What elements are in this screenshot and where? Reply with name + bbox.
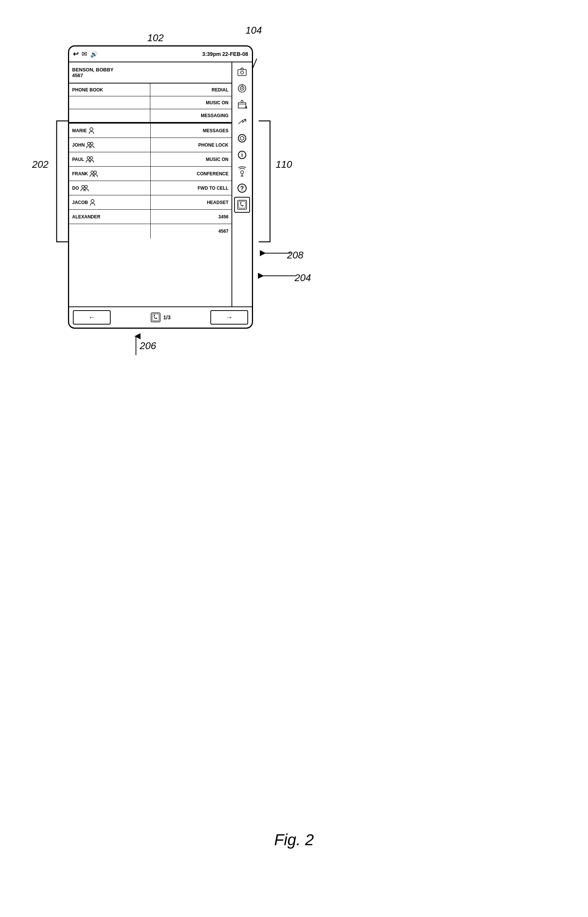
right-sidebar: i ? xyxy=(232,62,252,306)
nav-center: 1/3 xyxy=(150,312,170,323)
annotation-202: 202 xyxy=(32,159,48,170)
empty-cell-1 xyxy=(69,96,150,109)
svg-point-13 xyxy=(241,71,244,74)
svg-rect-12 xyxy=(238,70,246,76)
status-time-date: 3:39pm 22-FEB-08 xyxy=(202,51,248,57)
conference-cell[interactable]: CONFERENCE xyxy=(150,167,231,181)
svg-point-8 xyxy=(94,171,97,173)
person-icon xyxy=(88,127,94,134)
svg-point-23 xyxy=(241,171,244,174)
broadcast-icon[interactable] xyxy=(234,163,250,180)
forward-arrow-icon: → xyxy=(226,314,233,322)
lower-table: MARIE MESSAGES JOHN PHONE LOCK xyxy=(69,123,231,306)
people-icon xyxy=(86,156,94,163)
music-on-cell[interactable]: MUSIC ON xyxy=(150,96,231,109)
contact-info: BENSON, BOBBY 4567 xyxy=(72,67,114,78)
svg-point-19 xyxy=(238,134,246,142)
phone-device: ↩ ✉︎ 🔊 3:39pm 22-FEB-08 BENSON, BOBBY 45… xyxy=(68,45,253,329)
phone-handset-icon[interactable] xyxy=(234,197,250,213)
jacob-cell[interactable]: JACOB xyxy=(69,195,150,209)
fig-label: Fig. 2 xyxy=(274,831,314,849)
person-icon xyxy=(89,199,95,206)
camera-icon[interactable] xyxy=(234,64,250,80)
back-icon[interactable]: ↩ xyxy=(73,50,79,58)
annotation-102: 102 xyxy=(147,32,163,44)
people-icon xyxy=(89,170,98,177)
svg-rect-29 xyxy=(239,201,246,208)
info-icon[interactable]: i xyxy=(234,147,250,163)
table-row: FRANK CONFERENCE xyxy=(69,167,231,181)
svg-point-16 xyxy=(242,88,243,89)
svg-rect-18 xyxy=(238,103,246,108)
bottom-nav: ← 1/3 → xyxy=(69,306,252,328)
alexander-number-cell[interactable]: 3456 xyxy=(150,210,231,224)
svg-point-2 xyxy=(90,128,93,131)
annotation-208: 208 xyxy=(287,249,303,261)
svg-point-5 xyxy=(87,157,89,159)
dial-icon[interactable] xyxy=(234,81,250,96)
people-icon xyxy=(81,185,89,192)
svg-point-10 xyxy=(85,185,87,188)
svg-point-20 xyxy=(240,136,244,140)
annotation-206: 206 xyxy=(140,340,156,352)
table-row: MARIE MESSAGES xyxy=(69,123,231,138)
svg-point-9 xyxy=(82,185,85,188)
alexander-cell[interactable]: ALEXANDER xyxy=(69,210,150,224)
table-row: DO FWD TO CELL xyxy=(69,181,231,195)
page-container: 102 104 ↩ ✉︎ 🔊 3:39pm 22-FEB-08 xyxy=(0,0,588,917)
table-row: JOHN PHONE LOCK xyxy=(69,138,231,152)
paul-cell[interactable]: PAUL xyxy=(69,152,150,166)
table-row: 4567 xyxy=(69,224,231,238)
page-indicator: 1/3 xyxy=(163,314,170,320)
status-bar: ↩ ✉︎ 🔊 3:39pm 22-FEB-08 xyxy=(69,47,252,62)
left-panel: BENSON, BOBBY 4567 PHONE BOOK REDIAL MUS… xyxy=(69,62,232,306)
phone-lock-cell[interactable]: PHONE LOCK xyxy=(150,138,231,152)
svg-text:i: i xyxy=(241,152,243,158)
message-icon[interactable]: ✉︎ xyxy=(82,50,87,58)
svg-point-7 xyxy=(91,171,94,173)
headset-cell[interactable]: HEADSET xyxy=(150,195,231,209)
svg-text:?: ? xyxy=(240,185,244,192)
back-arrow-icon: ← xyxy=(88,314,95,322)
forward-button[interactable]: → xyxy=(210,310,248,325)
marie-cell[interactable]: MARIE xyxy=(69,123,150,137)
messages-cell[interactable]: MESSAGES xyxy=(150,123,231,137)
svg-point-6 xyxy=(90,157,92,159)
forward-arrow-icon[interactable] xyxy=(234,114,250,129)
messaging-cell[interactable]: MESSAGING xyxy=(150,109,231,122)
top-grid: PHONE BOOK REDIAL MUSIC ON MESSAGING xyxy=(69,84,231,123)
transfer-icon[interactable] xyxy=(234,97,250,113)
page-phone-icon xyxy=(150,312,161,323)
frank-cell[interactable]: FRANK xyxy=(69,167,150,181)
fwd-cell[interactable]: FWD TO CELL xyxy=(150,181,231,195)
music-on-row-cell[interactable]: MUSIC ON xyxy=(150,152,231,166)
table-row: PAUL MUSIC ON xyxy=(69,152,231,167)
table-row: JACOB HEADSET xyxy=(69,195,231,210)
annotation-204: 204 xyxy=(294,272,311,284)
svg-point-11 xyxy=(91,199,94,202)
svg-rect-31 xyxy=(152,314,159,321)
empty-name-cell xyxy=(69,224,150,238)
number-4567-cell[interactable]: 4567 xyxy=(150,224,231,238)
svg-point-3 xyxy=(87,142,90,145)
help-icon[interactable]: ? xyxy=(234,180,250,196)
people-icon xyxy=(86,142,94,149)
phone-book-cell[interactable]: PHONE BOOK xyxy=(69,84,150,96)
volume-icon[interactable]: 🔊 xyxy=(90,51,98,58)
john-cell[interactable]: JOHN xyxy=(69,138,150,152)
empty-cell-2 xyxy=(69,109,150,122)
back-button[interactable]: ← xyxy=(73,310,111,325)
contact-number: 4567 xyxy=(72,73,114,78)
contact-header: BENSON, BOBBY 4567 xyxy=(69,62,231,84)
status-left-icons: ↩ ✉︎ 🔊 xyxy=(73,50,98,58)
table-row: ALEXANDER 3456 xyxy=(69,210,231,224)
bracket-110 xyxy=(251,113,281,253)
main-content: BENSON, BOBBY 4567 PHONE BOOK REDIAL MUS… xyxy=(69,62,252,306)
annotation-110: 110 xyxy=(276,159,292,170)
contact-name: BENSON, BOBBY xyxy=(72,67,114,73)
annotation-104: 104 xyxy=(246,24,262,36)
redial-cell[interactable]: REDIAL xyxy=(150,84,231,96)
circle-record-icon[interactable] xyxy=(234,130,250,146)
do-cell[interactable]: DO xyxy=(69,181,150,195)
svg-point-4 xyxy=(90,142,93,145)
